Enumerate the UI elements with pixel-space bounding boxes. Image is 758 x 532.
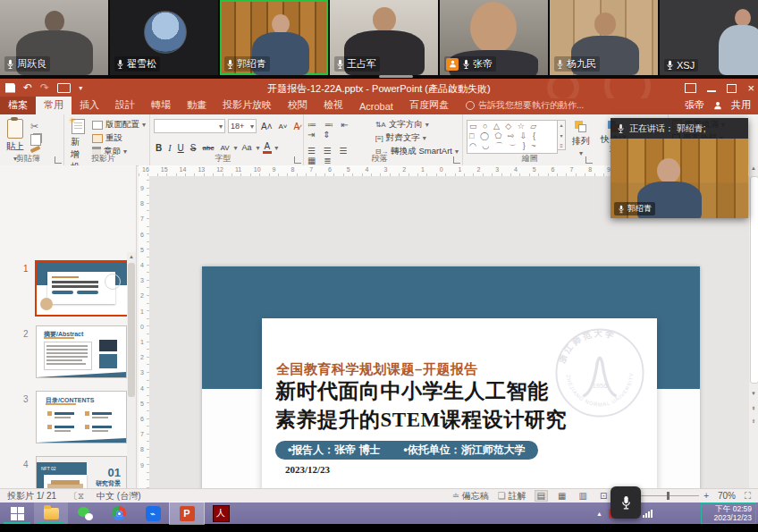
font-color-button[interactable]: A bbox=[263, 141, 273, 154]
slide-kicker-text[interactable]: 全国教育科学规划课题–开题报告 bbox=[276, 361, 478, 378]
paragraph-dialog-launcher[interactable] bbox=[453, 156, 460, 164]
zoom-percentage[interactable]: 70% bbox=[718, 491, 736, 501]
title-bar[interactable]: ↶ ↷ ▾ 开题报告-12-22A.pptx - PowerPoint (產品啟… bbox=[0, 79, 758, 98]
increase-font-size-button[interactable]: A˄ bbox=[259, 122, 274, 131]
drawing-dialog-launcher[interactable] bbox=[585, 156, 593, 164]
next-slide-button[interactable]: ⇟ bbox=[749, 418, 758, 424]
zoom-slider-thumb[interactable] bbox=[667, 492, 670, 500]
start-button[interactable] bbox=[0, 502, 34, 524]
thumbnail-slide-1[interactable] bbox=[35, 260, 130, 317]
mic-icon bbox=[6, 59, 14, 70]
video-tile[interactable]: 王占军 bbox=[330, 0, 438, 75]
tab-acrobat[interactable]: Acrobat bbox=[351, 99, 401, 114]
shapes-gallery[interactable]: ▭ ○ △ ◇ ☆ ▱ □ ◯ ⬠ ⇨ ⇩ { ◠ ◡ ⌒ ︶ } ~ bbox=[467, 120, 558, 154]
slide-presenter-pill[interactable]: •报告人：张帝 博士 •依托单位：浙江师范大学 bbox=[275, 441, 538, 460]
ribbon-display-options-icon[interactable] bbox=[685, 83, 696, 93]
video-tile-active-speaker[interactable]: 郭绍青 bbox=[220, 0, 328, 75]
taskbar-acrobat[interactable]: 人 bbox=[204, 502, 238, 524]
font-size-combobox[interactable]: 18+▾ bbox=[228, 119, 257, 133]
taskbar-tencent-meeting[interactable]: ⌁ bbox=[136, 502, 170, 524]
reset-button[interactable]: 重設 bbox=[92, 132, 146, 144]
slide[interactable]: 浙 江 师 范 大 学 ZHEJIANG NORMAL UNIVERSITY 1… bbox=[202, 266, 700, 488]
network-signal-icon[interactable] bbox=[643, 509, 653, 518]
tab-home[interactable]: 常用 bbox=[36, 97, 72, 114]
shapes-gallery-scroll[interactable]: ▴▾≡ bbox=[558, 120, 566, 150]
taskbar-wechat[interactable] bbox=[68, 502, 102, 524]
tab-slideshow[interactable]: 投影片放映 bbox=[215, 97, 280, 114]
strip-scroll-indicator[interactable] bbox=[379, 75, 413, 78]
reading-view-button[interactable]: ▥ bbox=[577, 491, 588, 501]
character-spacing-button[interactable]: AV bbox=[218, 144, 231, 152]
text-direction-button[interactable]: ⇅A文字方向▾ bbox=[375, 119, 459, 131]
tab-animations[interactable]: 動畫 bbox=[179, 97, 215, 114]
video-tile[interactable]: 翟雪松 bbox=[110, 0, 218, 75]
canvas-scrollbar[interactable]: ▲ ▼ ⇞ ⇟ bbox=[749, 165, 758, 488]
layout-button[interactable]: 版面配置▾ bbox=[92, 119, 146, 131]
new-slide-icon: ✳ bbox=[72, 119, 85, 134]
taskbar-clock[interactable]: 下午 02:59 2023/12/23 bbox=[701, 502, 756, 524]
change-case-button[interactable]: Aa bbox=[240, 143, 253, 152]
underline-button[interactable]: U bbox=[176, 143, 186, 153]
tell-me-box[interactable]: 告訴我您想要執行的動作... bbox=[466, 99, 584, 114]
tab-insert[interactable]: 插入 bbox=[72, 97, 107, 114]
floating-mic-panel[interactable] bbox=[611, 486, 641, 519]
share-button[interactable]: 共用 bbox=[731, 98, 751, 112]
thumbnail-scrollbar[interactable]: ▲ ▼ bbox=[127, 252, 136, 488]
slideshow-view-button[interactable]: ⊡ bbox=[598, 491, 609, 501]
clear-formatting-button[interactable]: A̷ bbox=[292, 122, 302, 131]
previous-slide-button[interactable]: ⇞ bbox=[749, 405, 758, 411]
tab-baidu-netdisk[interactable]: 百度网盘 bbox=[401, 97, 457, 114]
thumbnail-slide-2[interactable]: 摘要/Abstract bbox=[36, 325, 127, 378]
format-painter-icon[interactable] bbox=[30, 146, 41, 153]
clipboard-dialog-launcher[interactable] bbox=[55, 156, 62, 164]
zoom-in-button[interactable]: + bbox=[703, 491, 709, 501]
slide-title-line2[interactable]: 素养提升的STEM课程设计研究 bbox=[275, 406, 567, 434]
tab-file[interactable]: 檔案 bbox=[0, 97, 36, 114]
speaker-video-overlay[interactable]: 正在讲话： 郭绍青; 郭绍青 bbox=[611, 118, 748, 218]
tab-review[interactable]: 校閱 bbox=[280, 97, 316, 114]
speaker-silhouette bbox=[657, 158, 680, 183]
notes-button[interactable]: ≐ 備忘稿 bbox=[452, 490, 489, 502]
bold-button[interactable]: B bbox=[154, 143, 164, 153]
restore-button[interactable] bbox=[727, 84, 737, 93]
tab-design[interactable]: 設計 bbox=[107, 97, 143, 114]
fit-to-window-button[interactable]: ⛶ bbox=[745, 491, 751, 502]
strikethrough-button[interactable]: S bbox=[189, 143, 198, 153]
tab-transitions[interactable]: 轉場 bbox=[143, 97, 179, 114]
scroll-up-arrow[interactable]: ▲ bbox=[749, 165, 758, 171]
comments-button[interactable]: ❏ 註解 bbox=[498, 490, 526, 502]
slide-sorter-view-button[interactable]: ▦ bbox=[556, 491, 568, 501]
italic-button[interactable]: I bbox=[166, 143, 173, 153]
accessibility-icon[interactable]: 〔⧖ bbox=[69, 490, 84, 502]
tab-view[interactable]: 檢視 bbox=[316, 97, 351, 114]
video-tile[interactable]: XSJ bbox=[660, 0, 758, 75]
font-dialog-launcher[interactable] bbox=[294, 156, 301, 164]
decrease-font-size-button[interactable]: A˅ bbox=[277, 122, 290, 131]
taskbar-file-explorer[interactable] bbox=[34, 502, 68, 524]
cut-icon[interactable]: ✂ bbox=[30, 121, 41, 132]
video-tile[interactable]: 张帝 bbox=[440, 0, 548, 75]
thumbnail-slide-4[interactable]: NFT 02 01 研究背景 bbox=[36, 456, 127, 488]
scroll-down-arrow[interactable]: ▼ bbox=[749, 391, 758, 396]
close-button[interactable]: × bbox=[747, 81, 754, 95]
taskbar-chrome[interactable] bbox=[102, 502, 136, 524]
text-shadow-button[interactable]: abc bbox=[200, 144, 215, 152]
account-name[interactable]: 張帝 bbox=[685, 98, 704, 112]
scrollbar-thumb[interactable] bbox=[750, 176, 758, 384]
normal-view-button[interactable]: ▤ bbox=[535, 491, 547, 501]
slide-title-line1[interactable]: 新时代面向中小学生人工智能 bbox=[275, 377, 549, 405]
thumbnail-slide-3[interactable]: 目录/CONTENTS bbox=[36, 391, 127, 443]
minimize-button[interactable] bbox=[707, 90, 716, 92]
slide-editor-canvas[interactable]: 浙 江 师 范 大 学 ZHEJIANG NORMAL UNIVERSITY 1… bbox=[149, 176, 749, 488]
font-name-combobox[interactable]: ▾ bbox=[154, 119, 225, 133]
video-tile[interactable]: 杨九民 bbox=[550, 0, 658, 75]
tray-expand-icon[interactable]: ▲ bbox=[596, 511, 602, 517]
slide-date[interactable]: 2023/12/23 bbox=[285, 464, 330, 475]
align-text-button[interactable]: [≡]對齊文字▾ bbox=[375, 132, 459, 144]
mic-icon bbox=[226, 59, 234, 70]
copy-icon[interactable] bbox=[30, 134, 41, 146]
language-indicator[interactable]: 中文 (台灣) bbox=[97, 490, 140, 502]
taskbar-powerpoint-active[interactable]: P bbox=[170, 502, 204, 524]
bullets-numbering-icons[interactable]: ≔ ≕ ⇤ ⇥ ⇕ bbox=[307, 120, 366, 139]
video-tile[interactable]: 周跃良 bbox=[0, 0, 108, 75]
